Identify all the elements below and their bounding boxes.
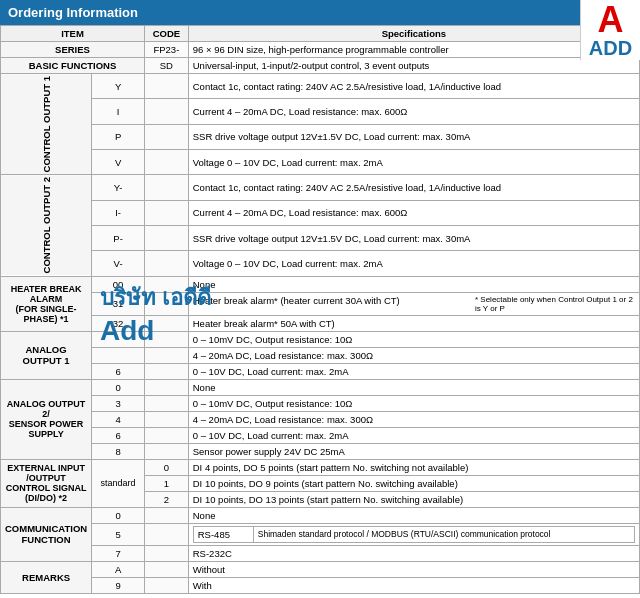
logo-a-letter: A — [583, 2, 638, 38]
table-row: COMMUNICATION FUNCTION 0 None — [1, 507, 640, 523]
comm-7-code2 — [145, 545, 189, 561]
hba-00-spec: None — [188, 276, 639, 292]
table-row: 3 0 – 10mV DC, Output resistance: 10Ω — [1, 395, 640, 411]
remarks-9-code2 — [145, 577, 189, 593]
co2-i-spec: Current 4 – 20mA DC, Load resistance: ma… — [188, 200, 639, 225]
ext-0-spec: DI 4 points, DO 5 points (start pattern … — [188, 459, 639, 475]
co1-p-spec: SSR drive voltage output 12V±1.5V DC, Lo… — [188, 124, 639, 149]
page-wrapper: A ADD Ordering Information ITEM CODE Spe… — [0, 0, 640, 598]
co2-p-code: P- — [92, 226, 145, 251]
comm-0-spec: None — [188, 507, 639, 523]
logo-add-text: ADD — [583, 38, 638, 58]
series-code: FP23- — [145, 42, 189, 58]
table-row: 8 Sensor power supply 24V DC 25mA — [1, 443, 640, 459]
co2-y-spec: Contact 1c, contact rating: 240V AC 2.5A… — [188, 175, 639, 200]
basic-func-code: SD — [145, 58, 189, 74]
ao2-0-code: 0 — [92, 379, 145, 395]
remarks-a-code2 — [145, 561, 189, 577]
table-row: REMARKS A Without — [1, 561, 640, 577]
table-row: 9 With — [1, 577, 640, 593]
ext-0-code: 0 — [145, 459, 189, 475]
ao1-row0-code2 — [145, 331, 189, 347]
control-out1-label: CONTROL OUTPUT 1 — [1, 74, 92, 175]
remarks-9-spec: With — [188, 577, 639, 593]
table-row: CONTROL OUTPUT 2 Y- Contact 1c, contact … — [1, 175, 640, 200]
hba-31-code: 31 — [92, 292, 145, 315]
ao2-label: ANALOG OUTPUT 2/SENSOR POWER SUPPLY — [1, 379, 92, 459]
table-row: CONTROL OUTPUT 1 Y Contact 1c, contact r… — [1, 74, 640, 99]
logo-area: A ADD — [580, 0, 640, 60]
ao2-4-code2 — [145, 411, 189, 427]
remarks-a-spec: Without — [188, 561, 639, 577]
ordering-table: ITEM CODE Specifications SERIES FP23- 96… — [0, 25, 640, 594]
hba-32-code2 — [145, 315, 189, 331]
comm-5-spec: RS-485 Shimaden standard protocol / MODB… — [188, 523, 639, 545]
ao1-row2-spec: 0 – 10V DC, Load current: max. 2mA — [188, 363, 639, 379]
comm-5-code2 — [145, 523, 189, 545]
table-row: 6 0 – 10V DC, Load current: max. 2mA — [1, 427, 640, 443]
co1-p-code: P — [92, 124, 145, 149]
table-row: 5 RS-485 Shimaden standard protocol / MO… — [1, 523, 640, 545]
ext-input-label: EXTERNAL INPUT/OUTPUT CONTROL SIGNAL(DI/… — [1, 459, 92, 507]
col-header-spec: Specifications — [188, 26, 639, 42]
col-header-code: CODE — [145, 26, 189, 42]
comm-0-code: 0 — [92, 507, 145, 523]
ao1-row1-spec: 4 – 20mA DC, Load resistance: max. 300Ω — [188, 347, 639, 363]
table-row: V- Voltage 0 – 10V DC, Load current: max… — [1, 251, 640, 276]
co2-i-code: I- — [92, 200, 145, 225]
co2-i-code2 — [145, 200, 189, 225]
comm-7-code: 7 — [92, 545, 145, 561]
ao2-8-code: 8 — [92, 443, 145, 459]
ao2-4-code: 4 — [92, 411, 145, 427]
co1-p-code2 — [145, 124, 189, 149]
table-row: ANALOG OUTPUT 2/SENSOR POWER SUPPLY 0 No… — [1, 379, 640, 395]
table-row: 32 Heater break alarm* 50A with CT) — [1, 315, 640, 331]
comm-5-spec-text: RS-485 — [193, 526, 253, 542]
hba-31-spec-text: Heater break alarm* (heater current 30A … — [193, 295, 400, 306]
ext-standard-label: standard — [92, 459, 145, 507]
hba-00-code2 — [145, 276, 189, 292]
co1-y-code2 — [145, 74, 189, 99]
table-row: 7 RS-232C — [1, 545, 640, 561]
ao2-6-code2 — [145, 427, 189, 443]
hba-label: HEATER BREAK ALARM(FOR SINGLE-PHASE) *1 — [1, 276, 92, 331]
co1-v-code: V — [92, 150, 145, 175]
co2-y-code2 — [145, 175, 189, 200]
ao1-row2-code2 — [145, 363, 189, 379]
table-row: ANALOG OUTPUT 1 0 – 10mV DC, Output resi… — [1, 331, 640, 347]
table-row: I Current 4 – 20mA DC, Load resistance: … — [1, 99, 640, 124]
basic-func-spec: Universal-input, 1-input/2-output contro… — [188, 58, 639, 74]
hba-31-code2 — [145, 292, 189, 315]
hba-31-spec: Heater break alarm* (heater current 30A … — [188, 292, 639, 315]
co2-p-code2 — [145, 226, 189, 251]
co2-v-code: V- — [92, 251, 145, 276]
hba-32-spec: Heater break alarm* 50A with CT) — [188, 315, 639, 331]
comm-5-note: Shimaden standard protocol / MODBUS (RTU… — [253, 526, 634, 542]
table-row: EXTERNAL INPUT/OUTPUT CONTROL SIGNAL(DI/… — [1, 459, 640, 475]
control-out2-label: CONTROL OUTPUT 2 — [1, 175, 92, 276]
table-row: P SSR drive voltage output 12V±1.5V DC, … — [1, 124, 640, 149]
co1-i-spec: Current 4 – 20mA DC, Load resistance: ma… — [188, 99, 639, 124]
ao2-8-code2 — [145, 443, 189, 459]
ao1-row0-spec: 0 – 10mV DC, Output resistance: 10Ω — [188, 331, 639, 347]
co2-p-spec: SSR drive voltage output 12V±1.5V DC, Lo… — [188, 226, 639, 251]
ao1-row1-code2 — [145, 347, 189, 363]
series-spec: 96 × 96 DIN size, high-performance progr… — [188, 42, 639, 58]
table-row: BASIC FUNCTIONS SD Universal-input, 1-in… — [1, 58, 640, 74]
table-row: SERIES FP23- 96 × 96 DIN size, high-perf… — [1, 42, 640, 58]
table-row: P- SSR drive voltage output 12V±1.5V DC,… — [1, 226, 640, 251]
comm-7-spec: RS-232C — [188, 545, 639, 561]
hba-32-code: 32 — [92, 315, 145, 331]
co1-v-spec: Voltage 0 – 10V DC, Load current: max. 2… — [188, 150, 639, 175]
table-row: HEATER BREAK ALARM(FOR SINGLE-PHASE) *1 … — [1, 276, 640, 292]
co2-y-code: Y- — [92, 175, 145, 200]
remarks-a-code: A — [92, 561, 145, 577]
co1-i-code: I — [92, 99, 145, 124]
ext-2-spec: DI 10 points, DO 13 points (start patter… — [188, 491, 639, 507]
footer: *1 In a 2-output specification, the heat… — [0, 594, 640, 598]
ao2-6-code: 6 — [92, 427, 145, 443]
table-row: 4 – 20mA DC, Load resistance: max. 300Ω — [1, 347, 640, 363]
ao1-row2-code: 6 — [92, 363, 145, 379]
ao2-3-code: 3 — [92, 395, 145, 411]
series-label: SERIES — [1, 42, 145, 58]
